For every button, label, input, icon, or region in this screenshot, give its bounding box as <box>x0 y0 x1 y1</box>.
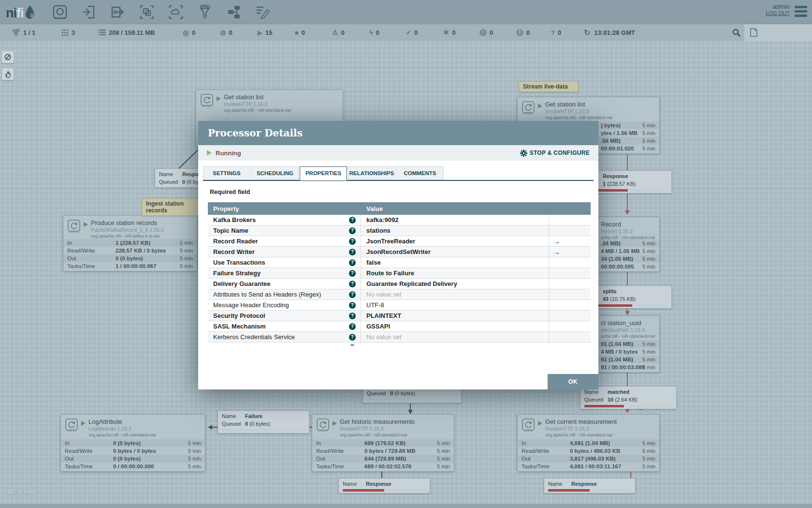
input-port-toolbar-button[interactable] <box>81 4 97 20</box>
processor-stamp-icon <box>200 93 214 107</box>
tab-settings[interactable]: SETTINGS <box>203 166 250 180</box>
stop-and-configure-button[interactable]: STOP & CONFIGURE <box>520 149 590 157</box>
help-icon[interactable]: ? <box>349 249 356 255</box>
stat-row-readwrite: Read/Write0 bytes / 0 bytes5 min <box>61 447 205 455</box>
processor-stamp-icon <box>522 418 535 432</box>
status-count: 208 / 159.11 MB <box>109 29 155 36</box>
ok-button[interactable]: OK <box>548 374 598 389</box>
status-count: 0 <box>229 29 232 36</box>
help-icon[interactable]: ? <box>349 217 356 224</box>
connection-label-response-bottom-right[interactable]: NameResponse <box>544 478 636 493</box>
breadcrumb[interactable]: NiFi Flow <box>8 489 34 496</box>
processor-type: LogAttribute 1.16.3 <box>88 426 156 432</box>
processor-type: InvokeHTTP 1.16.3 <box>340 426 415 432</box>
processor-bundle: org.apache.nifi - nifi-kafka-2-6-nar <box>91 233 164 239</box>
property-value: No value set <box>361 343 549 345</box>
stat-row-readwrite: Read/Write0 bytes / 496.03 KB5 min <box>518 447 659 455</box>
funnel-toolbar-button[interactable] <box>197 4 213 20</box>
processor-icon <box>52 4 68 20</box>
run-indicator-icon <box>81 421 86 426</box>
template-toolbar-button[interactable] <box>226 4 242 20</box>
processor-name: Get current measurement <box>545 418 617 425</box>
nifi-logo: nifi <box>6 3 35 21</box>
help-icon[interactable]: ? <box>349 313 356 319</box>
canvas-hand-button[interactable] <box>1 68 14 80</box>
nifi-drop-icon <box>25 5 35 19</box>
property-value: PLAINTEXT <box>361 311 549 321</box>
help-icon[interactable]: ? <box>349 344 356 346</box>
canvas-compass-button[interactable] <box>1 51 14 63</box>
remote-process-group-toolbar-button[interactable] <box>168 4 184 20</box>
tab-relationships[interactable]: RELATIONSHIPS <box>348 166 395 180</box>
property-name: Security Protocol? <box>208 311 361 321</box>
label-toolbar-button[interactable] <box>255 4 271 20</box>
help-icon[interactable]: ? <box>349 334 356 341</box>
property-value: false <box>361 257 549 268</box>
help-icon[interactable]: ? <box>349 291 356 298</box>
processor-logattribute[interactable]: LogAttributeLogAttribute 1.16.3org.apach… <box>60 414 205 472</box>
connection-label-matched[interactable]: Namematched Queued10 (2.64 KB) <box>580 386 677 409</box>
search-button[interactable] <box>729 24 743 41</box>
processor-get-current-measurement[interactable]: Get current measurementInvokeHTTP 1.16.3… <box>517 414 660 472</box>
queue-progress-bars <box>584 405 672 407</box>
status-count: 0 <box>341 29 345 36</box>
property-name: Message Header Encoding? <box>208 300 361 310</box>
connection-label-failure-loop[interactable]: NameFailure Queued0 (0 bytes) <box>218 410 309 433</box>
help-icon[interactable]: ? <box>349 227 356 234</box>
logout-link[interactable]: LOG OUT <box>766 10 790 16</box>
process-group-toolbar-button[interactable] <box>139 4 155 20</box>
search-panel[interactable] <box>744 24 812 41</box>
property-value: GSSAPI <box>361 321 549 331</box>
stat-row-taskstime: Tasks/Time689 / 00:02:02.5765 min <box>312 463 454 470</box>
property-row: Record Writer?JsonRecordSetWriter→ <box>208 247 591 257</box>
processor-name: Produce station records <box>91 219 164 226</box>
processor-toolbar-button[interactable] <box>52 4 68 20</box>
disabled-status: ϟ0 <box>369 24 379 41</box>
queued-icon <box>98 29 106 36</box>
property-row: Delivery Guarantee?Guarantee Replicated … <box>208 279 591 289</box>
processor-type: Record 1.16.3 <box>601 228 655 234</box>
help-icon[interactable]: ? <box>349 281 356 287</box>
property-name: Delivery Guarantee? <box>208 279 361 289</box>
processor-stamp-icon <box>65 418 78 432</box>
bottom-scroll-strip[interactable] <box>0 504 812 508</box>
refresh-icon[interactable]: ↻ <box>584 28 590 37</box>
help-icon[interactable]: ? <box>349 238 356 245</box>
go-to-service-icon[interactable]: → <box>553 237 560 245</box>
property-name: Kerberos Credentials Service? <box>208 332 361 342</box>
dialog-tabs: SETTINGSSCHEDULINGPROPERTIESRELATIONSHIP… <box>203 166 594 181</box>
processor-bundle: ache.nifi - nifi-standard-nar <box>601 333 655 339</box>
help-icon[interactable]: ? <box>349 259 356 266</box>
locally-modified-stale-icon: ! <box>516 29 523 36</box>
tab-properties[interactable]: PROPERTIES <box>300 166 347 181</box>
tab-comments[interactable]: COMMENTS <box>396 166 444 180</box>
property-row: Message Header Encoding?UTF-8 <box>208 300 591 311</box>
up-to-date-icon: ✓ <box>406 30 411 36</box>
processor-get-historic-measurements[interactable]: Get historic measurementsInvokeHTTP 1.16… <box>312 414 454 472</box>
dialog-state-row: Running STOP & CONFIGURE <box>198 145 598 161</box>
cluster-status: 1 / 1 <box>12 24 35 41</box>
status-count: 15 <box>265 29 272 36</box>
go-to-service-icon[interactable]: → <box>553 248 560 256</box>
processor-bundle: org.apache.nifi - nifi-standard-nar <box>224 107 291 113</box>
stat-row-taskstime: Tasks/Time4,081 / 00:03:11.1675 min <box>518 463 659 470</box>
canvas-label-ingest-station-records[interactable]: Ingest station records <box>142 198 207 216</box>
processor-produce-station-records[interactable]: Produce station recordsPublishKafkaRecor… <box>63 215 197 271</box>
output-port-toolbar-button[interactable] <box>110 4 126 20</box>
stat-row-readwrite: Read/Write228.57 KB / 0 bytes5 min <box>63 247 197 254</box>
help-icon[interactable]: ? <box>349 270 356 277</box>
help-icon[interactable]: ? <box>349 323 356 330</box>
property-row: Security Protocol?PLAINTEXT <box>208 311 591 321</box>
tab-scheduling[interactable]: SCHEDULING <box>251 166 299 180</box>
stat-row-in: In1 (228.57 KB)5 min <box>63 239 197 247</box>
stale-status: ↑0 <box>479 24 493 41</box>
status-count: 0 <box>452 29 455 36</box>
stat-row-out: Out644 (729.89 MB)5 min <box>312 455 454 463</box>
canvas-label-stream-live-data[interactable]: Stream live-data <box>519 81 579 92</box>
status-count: 3 <box>72 29 75 36</box>
status-count: 0 <box>302 29 305 36</box>
help-icon[interactable]: ? <box>349 302 356 309</box>
global-menu-button[interactable] <box>795 6 807 19</box>
property-value: kafka:9092 <box>361 215 549 225</box>
connection-label-response-bottom-middle[interactable]: NameResponse <box>338 478 430 493</box>
